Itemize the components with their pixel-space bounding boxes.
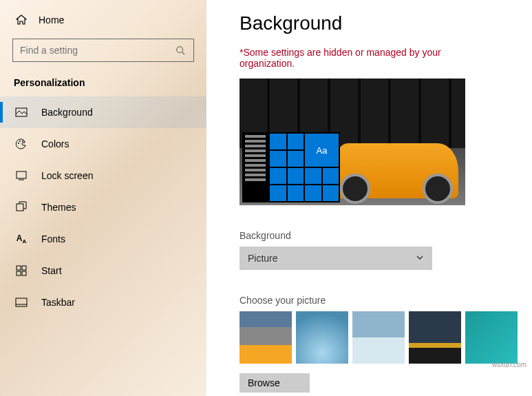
sidebar-item-start[interactable]: Start: [0, 255, 206, 286]
picture-thumb[interactable]: [465, 311, 518, 364]
sidebar-item-fonts[interactable]: AA Fonts: [0, 223, 206, 255]
svg-rect-10: [22, 266, 26, 270]
start-menu-preview: Aa: [242, 132, 340, 202]
browse-button[interactable]: Browse: [240, 373, 310, 393]
sidebar-item-label: Themes: [41, 202, 76, 213]
home-button[interactable]: Home: [0, 7, 206, 33]
picture-thumb[interactable]: [296, 311, 348, 364]
background-type-dropdown[interactable]: Picture: [240, 247, 432, 270]
dropdown-value: Picture: [248, 253, 278, 264]
sidebar-item-label: Colors: [41, 138, 69, 149]
choose-picture-label: Choose your picture: [240, 295, 532, 306]
fonts-icon: AA: [15, 233, 28, 245]
main-content: Background *Some settings are hidden or …: [206, 0, 532, 396]
svg-rect-13: [16, 298, 27, 306]
sidebar: Home Personalization Background Colors L…: [0, 0, 206, 396]
policy-warning: *Some settings are hidden or managed by …: [240, 47, 467, 69]
search-box[interactable]: [12, 39, 194, 62]
picture-thumb[interactable]: [409, 311, 461, 364]
sidebar-item-label: Fonts: [41, 233, 65, 244]
home-icon: [15, 14, 28, 26]
svg-point-4: [19, 140, 21, 142]
svg-rect-9: [17, 266, 21, 270]
category-label: Personalization: [0, 72, 206, 96]
svg-line-1: [182, 52, 185, 55]
search-icon: [174, 44, 187, 56]
desktop-preview: Aa: [240, 79, 465, 205]
picture-thumbnails: [240, 311, 532, 364]
svg-rect-11: [17, 271, 21, 275]
lockscreen-icon: [15, 169, 28, 182]
page-title: Background: [240, 12, 532, 34]
picture-thumb[interactable]: [240, 311, 292, 364]
svg-rect-8: [17, 204, 23, 211]
sidebar-item-background[interactable]: Background: [0, 96, 206, 128]
sidebar-item-label: Taskbar: [41, 297, 75, 308]
taskbar-icon: [15, 296, 28, 309]
svg-point-0: [177, 47, 183, 53]
svg-point-3: [18, 143, 19, 144]
sidebar-item-label: Start: [41, 265, 62, 276]
watermark: wsxdn.com: [492, 361, 526, 368]
svg-point-5: [22, 140, 23, 142]
sidebar-item-label: Lock screen: [41, 170, 93, 181]
picture-thumb[interactable]: [352, 311, 405, 364]
chevron-down-icon: [416, 253, 424, 264]
sidebar-item-label: Background: [41, 107, 93, 118]
picture-icon: [15, 106, 28, 118]
sidebar-item-lockscreen[interactable]: Lock screen: [0, 160, 206, 191]
preview-tile-text: Aa: [305, 134, 339, 167]
sidebar-item-colors[interactable]: Colors: [0, 128, 206, 160]
sidebar-item-themes[interactable]: Themes: [0, 191, 206, 223]
search-input[interactable]: [20, 45, 174, 56]
palette-icon: [15, 138, 28, 150]
dropdown-label: Background: [240, 230, 532, 241]
svg-rect-12: [22, 271, 26, 275]
home-label: Home: [39, 14, 64, 25]
svg-rect-6: [17, 171, 26, 178]
themes-icon: [15, 201, 28, 213]
sidebar-item-taskbar[interactable]: Taskbar: [0, 286, 206, 318]
start-icon: [15, 264, 28, 277]
